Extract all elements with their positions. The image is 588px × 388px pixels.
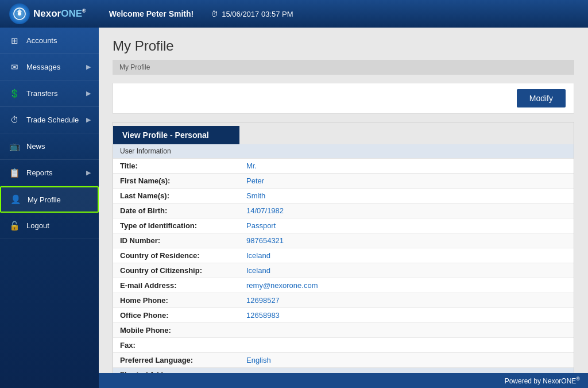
table-row: Country of Residence:Iceland [113,248,574,263]
field-label: Title: [113,159,239,174]
field-value: 987654321 [239,233,574,248]
logo-text: NexorONE® [33,8,86,20]
sidebar-label-trade-schedule: Trade Schedule [26,116,86,124]
field-label: E-mail Address: [113,278,239,293]
user-info-section-row: User Information [113,144,574,159]
field-value [239,323,574,338]
sidebar-label-reports: Reports [26,168,86,177]
table-row: Fax: [113,338,574,353]
svg-point-1 [18,12,21,16]
modify-button[interactable]: Modify [517,89,566,107]
arrow-icon-messages: ▶ [86,63,91,71]
field-value [239,338,574,353]
logo: NexorONE® [9,3,86,24]
sidebar-item-logout[interactable]: 🔓Logout [0,213,99,239]
header: NexorONE® Welcome Peter Smith! ⏱ 15/06/2… [0,0,588,28]
welcome-text: Welcome Peter Smith! [109,9,194,18]
field-value: Passport [239,218,574,233]
profile-table: User InformationTitle:Mr.First Name(s):P… [113,144,574,373]
table-row: ID Number:987654321 [113,233,574,248]
field-label: Office Phone: [113,308,239,323]
field-value: 12698527 [239,293,574,308]
modify-area: Modify [113,83,574,114]
field-value: remy@nexorone.com [239,278,574,293]
field-value: Iceland [239,263,574,278]
field-label: Country of Citizenship: [113,263,239,278]
news-icon: 📺 [8,140,21,153]
sidebar-item-news[interactable]: 📺News [0,133,99,160]
field-value: English [239,353,574,368]
profile-section: View Profile - Personal User Information… [113,122,574,373]
field-value: Mr. [239,159,574,174]
field-label: Date of Birth: [113,203,239,218]
field-value: 14/07/1982 [239,203,574,218]
table-row: First Name(s):Peter [113,174,574,189]
field-value: Smith [239,189,574,203]
footer: Powered by NexorONE® [99,373,588,388]
field-value: Peter [239,174,574,189]
field-value: 12658983 [239,308,574,323]
sidebar-item-accounts[interactable]: ⊞Accounts [0,28,99,54]
main-layout: ⊞Accounts✉Messages▶💲Transfers▶⏱Trade Sch… [0,28,588,388]
field-label: ID Number: [113,233,239,248]
field-label: Fax: [113,338,239,353]
sidebar-item-reports[interactable]: 📋Reports▶ [0,160,99,186]
table-row: Title:Mr. [113,159,574,174]
logo-icon [9,3,30,24]
logout-icon: 🔓 [8,220,21,232]
page-title: My Profile [113,38,574,54]
field-value: Iceland [239,248,574,263]
table-row: Last Name(s):Smith [113,189,574,203]
field-value [239,368,574,374]
field-label: Home Phone: [113,293,239,308]
sidebar-label-logout: Logout [26,221,91,230]
arrow-icon-trade-schedule: ▶ [86,116,91,124]
transfers-icon: 💲 [8,87,21,100]
sidebar-item-messages[interactable]: ✉Messages▶ [0,54,99,80]
sidebar-item-transfers[interactable]: 💲Transfers▶ [0,80,99,107]
sidebar-label-my-profile: My Profile [28,195,90,204]
table-row: Country of Citizenship:Iceland [113,263,574,278]
breadcrumb: My Profile [113,60,574,75]
section-header: View Profile - Personal [113,126,239,144]
field-label: Last Name(s): [113,189,239,203]
content-area: My Profile My Profile Modify View Profil… [99,28,588,388]
my-profile-icon: 👤 [9,193,22,206]
accounts-icon: ⊞ [8,34,21,47]
table-row: Type of Identification:Passport [113,218,574,233]
header-time: ⏱ 15/06/2017 03:57 PM [211,10,293,18]
sidebar: ⊞Accounts✉Messages▶💲Transfers▶⏱Trade Sch… [0,28,99,388]
field-label: Country of Residence: [113,248,239,263]
trade-schedule-icon: ⏱ [8,114,21,126]
table-row: E-mail Address:remy@nexorone.com [113,278,574,293]
clock-icon: ⏱ [211,10,218,18]
content-inner: My Profile My Profile Modify View Profil… [99,28,588,373]
field-label: Type of Identification: [113,218,239,233]
field-label: Mobile Phone: [113,323,239,338]
table-row: Physical Address [113,368,574,374]
field-label: Physical Address [113,368,239,374]
sidebar-item-trade-schedule[interactable]: ⏱Trade Schedule▶ [0,107,99,133]
arrow-icon-reports: ▶ [86,169,91,176]
sidebar-item-my-profile[interactable]: 👤My Profile [0,186,99,213]
reports-icon: 📋 [8,167,21,179]
sidebar-label-accounts: Accounts [26,36,91,45]
messages-icon: ✉ [8,61,21,74]
table-row: Office Phone:12658983 [113,308,574,323]
field-label: Preferred Language: [113,353,239,368]
table-row: Date of Birth:14/07/1982 [113,203,574,218]
arrow-icon-transfers: ▶ [86,90,91,97]
sidebar-label-transfers: Transfers [26,89,86,98]
field-label: First Name(s): [113,174,239,189]
table-row: Mobile Phone: [113,323,574,338]
table-row: Home Phone:12698527 [113,293,574,308]
sidebar-label-news: News [26,142,91,151]
table-row: Preferred Language:English [113,353,574,368]
sidebar-label-messages: Messages [26,63,86,71]
